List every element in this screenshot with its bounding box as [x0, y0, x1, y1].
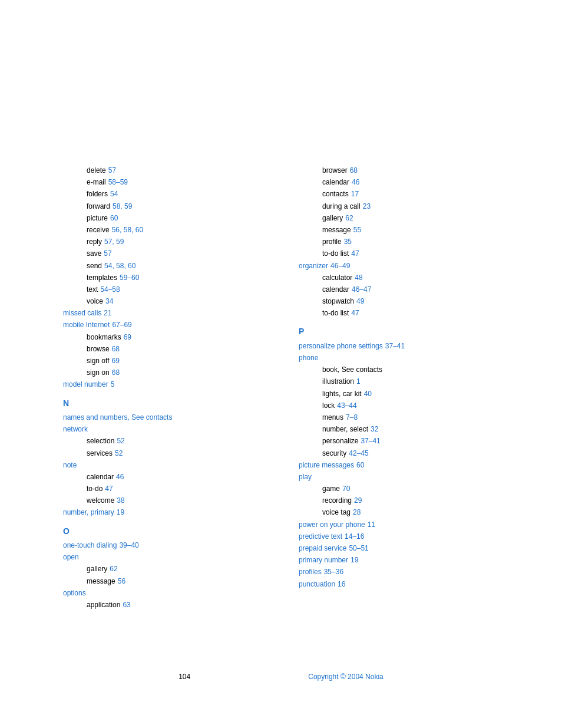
- list-item: to-do 47: [63, 483, 263, 495]
- list-item: calendar 46: [299, 177, 499, 188]
- list-item: services 52: [63, 448, 263, 459]
- left-column: delete 57 e-mail 58–59 folders 54 forwar…: [63, 165, 263, 611]
- list-item: missed calls 21: [63, 308, 263, 319]
- list-item: prepaid service 50–51: [299, 543, 499, 554]
- list-item: forward 58, 59: [63, 201, 263, 212]
- list-item: security 42–45: [299, 448, 499, 459]
- columns-wrapper: delete 57 e-mail 58–59 folders 54 forwar…: [0, 165, 562, 611]
- list-item: delete 57: [63, 165, 263, 176]
- list-item: browser 68: [299, 165, 499, 176]
- right-column: browser 68 calendar 46 contacts 17 durin…: [299, 165, 499, 611]
- list-item: options: [63, 588, 263, 599]
- list-item: punctuation 16: [299, 579, 499, 590]
- list-item: menus 7–8: [299, 412, 499, 423]
- copyright-text: Copyright © 2004 Nokia: [308, 673, 384, 681]
- list-item: gallery 62: [63, 564, 263, 575]
- list-item: profiles 35–36: [299, 566, 499, 578]
- list-item: model number 5: [63, 379, 263, 390]
- section-header-p: P: [299, 325, 499, 338]
- list-item: receive 56, 58, 60: [63, 225, 263, 236]
- list-item: message 56: [63, 576, 263, 587]
- list-item: personalize phone settings 37–41: [299, 341, 499, 352]
- list-item: recording 29: [299, 495, 499, 506]
- section-header-o: O: [63, 525, 263, 538]
- list-item: picture 60: [63, 213, 263, 224]
- list-item: note: [63, 460, 263, 471]
- list-item: lock 43–44: [299, 400, 499, 411]
- list-item: names and numbers, See contacts: [63, 412, 263, 423]
- list-item: number, select 32: [299, 424, 499, 435]
- list-item: folders 54: [63, 189, 263, 200]
- page-number: 104: [178, 673, 190, 681]
- list-item: sign on 68: [63, 367, 263, 378]
- list-item: sign off 69: [63, 355, 263, 367]
- list-item-power-on: power on your phone 11: [299, 519, 499, 531]
- list-item: one-touch dialing 39–40: [63, 540, 263, 551]
- list-item: e-mail 58–59: [63, 177, 263, 188]
- list-item: voice 34: [63, 296, 263, 307]
- list-item: save 57: [63, 248, 263, 259]
- list-item: number, primary 19: [63, 507, 263, 518]
- list-item: network: [63, 424, 263, 435]
- list-item: personalize 37–41: [299, 436, 499, 447]
- list-item: send 54, 58, 60: [63, 261, 263, 272]
- list-item: bookmarks 69: [63, 332, 263, 343]
- list-item: picture messages 60: [299, 460, 499, 471]
- list-item: game 70: [299, 483, 499, 495]
- list-item: lights, car kit 40: [299, 388, 499, 400]
- page-container: delete 57 e-mail 58–59 folders 54 forwar…: [0, 0, 562, 728]
- list-item: contacts 17: [299, 189, 499, 200]
- list-item: predictive text 14–16: [299, 531, 499, 542]
- list-item: reply 57, 59: [63, 236, 263, 248]
- list-item: phone: [299, 353, 499, 364]
- list-item: to-do list 47: [299, 248, 499, 259]
- list-item: templates 59–60: [63, 272, 263, 284]
- list-item: text 54–58: [63, 284, 263, 295]
- list-item: gallery 62: [299, 213, 499, 224]
- page-footer: 104 Copyright © 2004 Nokia: [0, 673, 562, 681]
- list-item: voice tag 28: [299, 507, 499, 518]
- section-header-n: N: [63, 397, 263, 410]
- list-item: profile 35: [299, 236, 499, 248]
- list-item: during a call 23: [299, 201, 499, 212]
- list-item: play: [299, 472, 499, 483]
- list-item: message 55: [299, 225, 499, 236]
- list-item: open: [63, 552, 263, 563]
- list-item: calendar 46: [63, 472, 263, 483]
- list-item: stopwatch 49: [299, 296, 499, 307]
- list-item: browse 68: [63, 344, 263, 355]
- list-item: calendar 46–47: [299, 284, 499, 295]
- list-item: selection 52: [63, 436, 263, 447]
- list-item: welcome 38: [63, 495, 263, 506]
- list-item: illustration 1: [299, 376, 499, 387]
- list-item: mobile Internet 67–69: [63, 319, 263, 331]
- list-item: primary number 19: [299, 555, 499, 566]
- list-item: organizer 46–49: [299, 261, 499, 272]
- list-item: book, See contacts: [299, 364, 499, 375]
- list-item: calculator 48: [299, 272, 499, 284]
- list-item: application 63: [63, 599, 263, 611]
- list-item: to-do list 47: [299, 308, 499, 319]
